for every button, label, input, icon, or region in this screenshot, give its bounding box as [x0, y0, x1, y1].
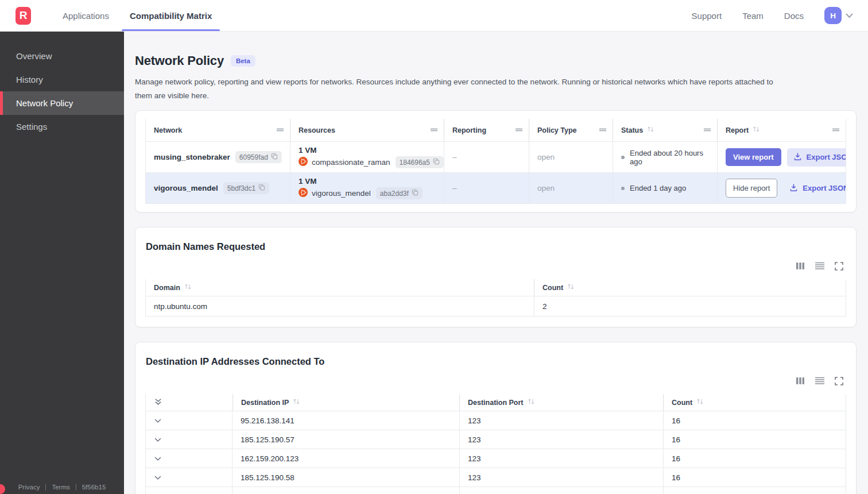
resource-id-badge: aba2dd3f [376, 187, 423, 199]
reporting-cell: – [444, 142, 529, 172]
sidebar-item-network-policy[interactable]: Network Policy [0, 91, 124, 115]
status-dot-icon [621, 156, 625, 159]
expand-row-button[interactable] [146, 468, 232, 487]
count-cell: 16 [664, 468, 846, 487]
hide-report-button[interactable]: Hide report [726, 179, 777, 198]
count-cell: 16 [664, 487, 846, 494]
ubuntu-icon [299, 188, 308, 199]
column-header-destination-ip[interactable]: Destination IP [232, 394, 460, 411]
sidebar-item-overview[interactable]: Overview [0, 44, 124, 68]
nav-team[interactable]: Team [742, 11, 764, 21]
domains-table-header: Domain Count [146, 279, 846, 296]
fullscreen-icon[interactable] [835, 377, 843, 385]
column-header-policy-type: Policy Type [529, 119, 613, 141]
report-cell: View report Export JSON [718, 142, 846, 172]
column-header-destination-port[interactable]: Destination Port [460, 394, 664, 411]
active-tab-underline [122, 29, 220, 31]
resources-cell: 1 VM compassionate_raman 184696a5 [290, 142, 444, 172]
ip-row: 185.125.190.58 123 16 [146, 468, 846, 487]
network-id-badge: 5bdf3dc1 [223, 182, 269, 194]
ips-toolbar [145, 375, 843, 387]
copy-icon[interactable] [258, 184, 265, 192]
privacy-link[interactable]: Privacy [18, 484, 40, 491]
column-header-count[interactable]: Count [534, 279, 846, 296]
terms-link[interactable]: Terms [52, 484, 69, 491]
app-logo[interactable]: R [16, 7, 31, 25]
ubuntu-icon [299, 157, 308, 168]
column-menu-icon[interactable] [832, 126, 840, 134]
column-menu-icon[interactable] [276, 126, 284, 134]
resource-id-badge: 184696a5 [396, 156, 444, 168]
sort-icon[interactable] [293, 398, 300, 407]
expand-row-button[interactable] [146, 487, 232, 494]
network-row[interactable]: vigorous_mendel 5bdf3dc1 1 VM vigorous_m… [146, 173, 846, 204]
column-menu-icon[interactable] [703, 126, 711, 134]
primary-nav: Applications Compatibility Matrix [52, 0, 222, 31]
nav-support[interactable]: Support [692, 11, 722, 21]
count-cell: 16 [664, 449, 846, 468]
sort-icon[interactable] [528, 398, 535, 407]
tab-applications[interactable]: Applications [52, 0, 119, 31]
sidebar-item-settings[interactable]: Settings [0, 115, 124, 138]
view-report-button[interactable]: View report [726, 148, 781, 166]
port-cell: 123 [460, 487, 664, 494]
expand-row-button[interactable] [146, 449, 232, 468]
expand-row-button[interactable] [146, 411, 232, 430]
status-cell: Ended about 20 hours ago [613, 142, 718, 172]
build-version: 5f56b15 [82, 484, 106, 491]
port-cell: 123 [460, 449, 664, 468]
domain-cell: ntp.ubuntu.com [146, 296, 534, 316]
sort-icon[interactable] [753, 126, 760, 134]
domains-card: Domain Names Requested Domain Count ntp.… [135, 227, 857, 327]
download-icon [789, 183, 798, 194]
count-cell: 2 [534, 296, 846, 316]
nav-docs[interactable]: Docs [784, 11, 804, 21]
network-name-cell: vigorous_mendel 5bdf3dc1 [146, 173, 290, 203]
status-dot-icon [621, 187, 625, 190]
sort-icon[interactable] [567, 283, 575, 292]
column-menu-icon[interactable] [599, 126, 607, 134]
column-header-count[interactable]: Count [664, 394, 846, 411]
export-json-button[interactable]: Export JSON [783, 179, 846, 198]
export-json-button[interactable]: Export JSON [787, 148, 846, 167]
expand-all-button[interactable] [146, 394, 232, 411]
resources-cell: 1 VM vigorous_mendel aba2dd3f [290, 173, 444, 203]
reporting-cell: – [444, 173, 529, 203]
copy-icon[interactable] [433, 158, 440, 167]
columns-icon[interactable] [796, 262, 805, 270]
expand-row-button[interactable] [146, 430, 232, 449]
column-menu-icon[interactable] [515, 126, 523, 134]
avatar[interactable]: H [824, 7, 842, 24]
chevron-down-icon [154, 473, 161, 482]
domain-row[interactable]: ntp.ubuntu.com 2 [146, 296, 846, 317]
copy-icon[interactable] [271, 153, 278, 161]
policy-type-cell: open [529, 173, 613, 203]
fullscreen-icon[interactable] [835, 262, 843, 271]
column-header-status: Status [613, 119, 718, 141]
sidebar-item-history[interactable]: History [0, 68, 124, 91]
column-header-reporting: Reporting [444, 119, 529, 141]
ip-row: 162.159.200.123 123 16 [146, 449, 846, 468]
column-menu-icon[interactable] [430, 126, 438, 134]
user-menu[interactable]: H [824, 7, 853, 24]
columns-icon[interactable] [796, 377, 805, 385]
network-row[interactable]: musing_stonebraker 60959fad 1 VM compass… [146, 142, 846, 173]
ip-cell: 185.125.190.57 [232, 430, 460, 449]
sidebar: Overview History Network Policy Settings… [0, 32, 124, 494]
chevron-down-icon [154, 416, 161, 425]
chevron-down-icon [154, 454, 161, 463]
report-cell: Hide report Export JSON [718, 173, 846, 203]
ip-row: 95.216.100.21 123 16 [146, 487, 846, 494]
column-header-domain[interactable]: Domain [146, 279, 534, 296]
sort-icon[interactable] [647, 126, 654, 134]
beta-badge: Beta [231, 55, 255, 67]
row-density-icon[interactable] [815, 377, 825, 385]
network-id-badge: 60959fad [235, 151, 282, 163]
row-density-icon[interactable] [815, 262, 825, 270]
port-cell: 123 [460, 468, 664, 487]
ip-row: 185.125.190.57 123 16 [146, 430, 846, 449]
sort-icon[interactable] [184, 283, 192, 292]
sort-icon[interactable] [696, 398, 704, 407]
copy-icon[interactable] [412, 189, 418, 198]
tab-compatibility-matrix[interactable]: Compatibility Matrix [119, 0, 222, 31]
